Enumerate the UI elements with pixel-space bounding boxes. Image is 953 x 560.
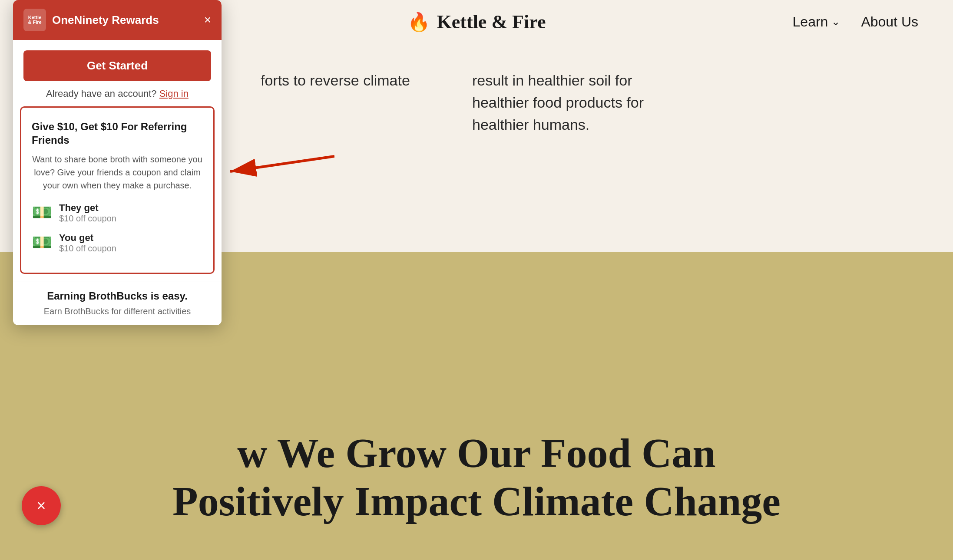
sign-in-link[interactable]: Sign in: [159, 88, 189, 99]
brand-name: Kettle & Fire: [437, 11, 546, 33]
upper-col-right: result in healthier soil for healthier f…: [472, 61, 649, 136]
popup-header-left: Kettle & Fire OneNinety Rewards: [23, 9, 159, 31]
svg-line-1: [230, 156, 334, 171]
earning-section: Earning BrothBucks is easy. Earn BrothBu…: [13, 281, 222, 325]
flame-icon: 🔥: [407, 11, 430, 33]
referral-card: Give $10, Get $10 For Referring Friends …: [20, 106, 215, 274]
nav-learn[interactable]: Learn ⌄: [793, 14, 840, 30]
chevron-down-icon: ⌄: [831, 16, 840, 28]
close-fab-icon: ×: [36, 498, 46, 514]
money-icon-you: 💵: [32, 234, 52, 250]
rewards-popup: Kettle & Fire OneNinety Rewards × Get St…: [13, 0, 222, 325]
reward-row-you: 💵 You get $10 off coupon: [32, 232, 203, 254]
popup-close-button[interactable]: ×: [204, 14, 211, 26]
earning-subtitle: Earn BrothBucks for different activities: [23, 306, 211, 316]
upper-text-right: result in healthier soil for healthier f…: [472, 69, 649, 136]
popup-header: Kettle & Fire OneNinety Rewards ×: [13, 0, 222, 40]
reward-label-they: They get: [59, 202, 116, 214]
sign-in-text: Already have an account? Sign in: [23, 88, 211, 99]
reward-label-you: You get: [59, 232, 116, 244]
upper-text-left: forts to reverse climate: [261, 69, 437, 92]
earning-title: Earning BrothBucks is easy.: [23, 290, 211, 302]
reward-row-they: 💵 They get $10 off coupon: [32, 202, 203, 224]
reward-amount-they: $10 off coupon: [59, 214, 116, 224]
red-arrow: [222, 148, 334, 182]
reward-info-they: They get $10 off coupon: [59, 202, 116, 224]
popup-title: OneNinety Rewards: [52, 13, 159, 27]
nav-about-us[interactable]: About Us: [861, 14, 918, 30]
referral-description: Want to share bone broth with someone yo…: [32, 153, 203, 192]
popup-get-started-area: Get Started Already have an account? Sig…: [13, 40, 222, 106]
get-started-button[interactable]: Get Started: [23, 50, 211, 81]
brand-logo[interactable]: 🔥 Kettle & Fire: [407, 11, 546, 33]
reward-amount-you: $10 off coupon: [59, 244, 116, 254]
upper-col-left: forts to reverse climate: [261, 61, 437, 92]
referral-title: Give $10, Get $10 For Referring Friends: [32, 120, 203, 147]
money-icon-they: 💵: [32, 204, 52, 221]
lower-heading: w We Grow Our Food Can Positively Impact…: [172, 429, 781, 525]
close-fab-button[interactable]: ×: [22, 486, 61, 525]
reward-info-you: You get $10 off coupon: [59, 232, 116, 254]
navbar-right: Learn ⌄ About Us: [793, 14, 918, 30]
popup-logo-badge: Kettle & Fire: [23, 9, 46, 31]
